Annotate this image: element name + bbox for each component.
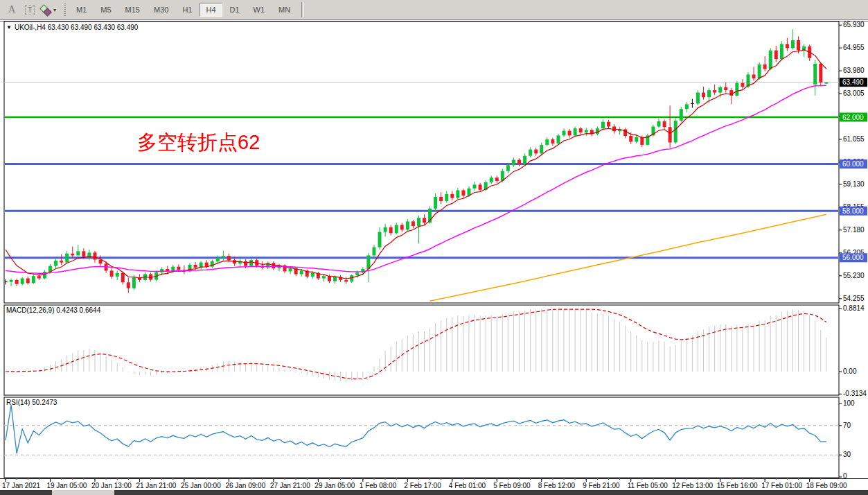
- dropdown-arrow-icon: ▾: [53, 7, 56, 13]
- svg-text:19 Jan 05:00: 19 Jan 05:00: [46, 482, 87, 489]
- symbol-dropdown-icon[interactable]: ▼: [6, 24, 12, 31]
- tab-timeframe-M30[interactable]: M30: [148, 3, 175, 17]
- svg-text:25 Jan 00:00: 25 Jan 00:00: [181, 482, 221, 489]
- diamond-style-icon: [40, 4, 51, 15]
- svg-text:100: 100: [843, 399, 855, 407]
- tab-timeframe-M1[interactable]: M1: [70, 3, 93, 17]
- svg-text:15 Feb 16:00: 15 Feb 16:00: [717, 482, 758, 489]
- svg-text:59.130: 59.130: [843, 180, 865, 188]
- rsi-indicator-label: RSI(14) 50.2473: [6, 399, 57, 406]
- svg-text:55.230: 55.230: [843, 272, 865, 279]
- svg-text:1 Feb 08:00: 1 Feb 08:00: [360, 482, 397, 489]
- svg-text:61.055: 61.055: [843, 135, 865, 143]
- svg-text:12 Feb 13:00: 12 Feb 13:00: [672, 482, 713, 489]
- horizontal-scrollbar[interactable]: [0, 490, 868, 495]
- macd-indicator-label: MACD(12,26,9) 0.4243 0.6644: [6, 306, 100, 314]
- svg-text:58.000: 58.000: [842, 207, 864, 215]
- svg-text:0.8814: 0.8814: [843, 304, 865, 312]
- svg-text:9 Feb 21:00: 9 Feb 21:00: [583, 482, 620, 489]
- svg-text:5 Feb 09:00: 5 Feb 09:00: [493, 482, 531, 489]
- svg-text:70: 70: [843, 422, 851, 429]
- tab-timeframe-H4[interactable]: H4: [200, 3, 222, 17]
- drawing-tools-group: A T ▾: [0, 3, 60, 17]
- svg-text:8 Feb 12:00: 8 Feb 12:00: [538, 482, 576, 489]
- svg-text:65.930: 65.930: [843, 21, 865, 28]
- svg-text:2 Feb 17:00: 2 Feb 17:00: [404, 482, 441, 489]
- svg-text:63.490: 63.490: [842, 78, 864, 86]
- chart-style-button[interactable]: ▾: [40, 3, 56, 17]
- svg-text:64.955: 64.955: [843, 44, 865, 51]
- svg-text:17 Feb 01:00: 17 Feb 01:00: [761, 482, 802, 489]
- text-label-tool-button[interactable]: T: [22, 3, 37, 17]
- tab-timeframe-M5[interactable]: M5: [94, 3, 117, 17]
- chart-canvas[interactable]: 65.93064.95563.98063.00562.03061.05560.0…: [0, 0, 868, 495]
- svg-text:29 Jan 05:00: 29 Jan 05:00: [315, 482, 355, 489]
- svg-text:0.00: 0.00: [843, 367, 857, 375]
- tab-timeframe-MN[interactable]: MN: [272, 3, 296, 17]
- svg-text:4 Feb 01:00: 4 Feb 01:00: [449, 482, 486, 489]
- svg-text:21 Jan 21:00: 21 Jan 21:00: [136, 482, 176, 489]
- svg-text:18 Feb 09:00: 18 Feb 09:00: [806, 482, 847, 489]
- text-label-icon: T: [25, 5, 35, 15]
- toolbar-grip-handle[interactable]: [64, 3, 66, 17]
- svg-text:62.000: 62.000: [842, 114, 864, 121]
- chart-annotation-text[interactable]: 多空转折点62: [137, 129, 260, 157]
- timeframe-bar: M1M5M15M30H1H4D1W1MN: [69, 3, 297, 17]
- font-tool-icon: A: [8, 4, 15, 15]
- svg-text:27 Jan 21:00: 27 Jan 21:00: [270, 482, 310, 489]
- terminal-window: A T ▾ M1M5M15M30H1H4D1W1MN 65.93064.9556…: [0, 0, 868, 495]
- tab-timeframe-D1[interactable]: D1: [224, 3, 246, 17]
- svg-text:56.000: 56.000: [842, 254, 864, 261]
- tab-timeframe-M15[interactable]: M15: [119, 3, 146, 17]
- svg-text:-0.3134: -0.3134: [843, 390, 867, 397]
- toolbar-separator: [301, 2, 304, 17]
- svg-text:17 Jan 2021: 17 Jan 2021: [2, 482, 40, 489]
- chart-toolbar: A T ▾ M1M5M15M30H1H4D1W1MN: [0, 0, 868, 20]
- svg-text:63.005: 63.005: [843, 89, 865, 97]
- font-tool-button[interactable]: A: [4, 3, 19, 17]
- symbol-ohlc-text: UKOil-,H4 63.430 63.490 63.430 63.490: [15, 24, 138, 31]
- svg-text:11 Feb 05:00: 11 Feb 05:00: [628, 482, 668, 489]
- svg-text:30: 30: [843, 451, 851, 458]
- svg-text:26 Jan 09:00: 26 Jan 09:00: [225, 482, 265, 489]
- tab-timeframe-W1[interactable]: W1: [247, 3, 272, 17]
- svg-text:57.180: 57.180: [843, 226, 865, 234]
- tab-timeframe-H1[interactable]: H1: [176, 3, 198, 17]
- svg-text:60.000: 60.000: [842, 160, 864, 168]
- symbol-ohlc-label: ▼UKOil-,H4 63.430 63.490 63.430 63.490: [6, 24, 138, 31]
- svg-text:54.255: 54.255: [843, 295, 865, 302]
- svg-text:20 Jan 13:00: 20 Jan 13:00: [91, 482, 132, 489]
- svg-text:63.980: 63.980: [843, 67, 865, 74]
